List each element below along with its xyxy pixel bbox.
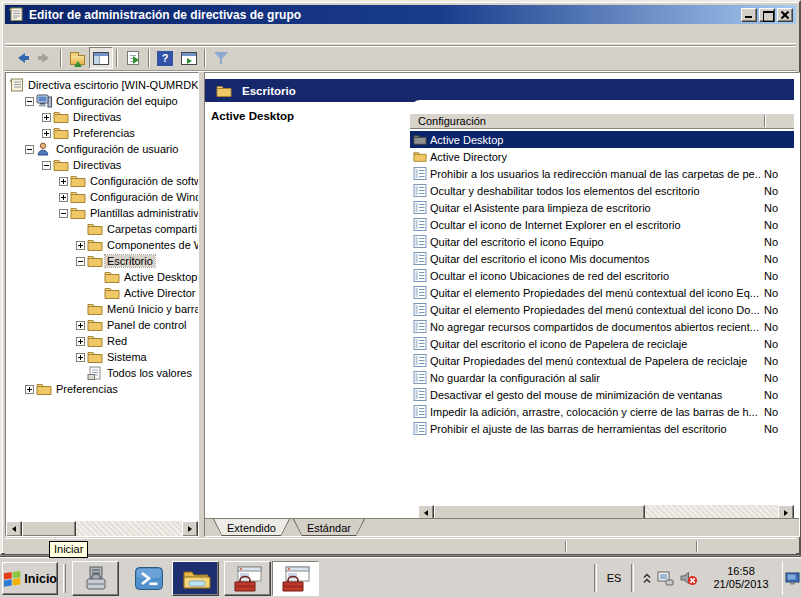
close-button[interactable] — [777, 8, 793, 22]
settings-list-item[interactable]: No agregar recursos compartidos de docum… — [410, 318, 794, 335]
tree-item-icon — [36, 142, 52, 156]
taskbar-button-mmc[interactable] — [224, 561, 271, 596]
language-indicator[interactable]: ES — [601, 572, 627, 584]
tree-item[interactable]: Active Director — [6, 285, 198, 301]
tree-item[interactable]: Panel de control — [6, 317, 198, 333]
taskbar-button-explorer[interactable] — [172, 561, 219, 596]
settings-list-item[interactable]: Quitar del escritorio el icono Equipo No — [410, 233, 794, 250]
settings-list-item[interactable]: Active Directory — [410, 148, 794, 165]
tree-item-label: Configuración de Windo — [88, 191, 198, 203]
settings-list-item[interactable]: Ocultar y deshabilitar todos los element… — [410, 182, 794, 199]
settings-list-item[interactable]: Quitar del escritorio el icono Mis docum… — [410, 250, 794, 267]
settings-list-item[interactable]: No guardar la configuración al salir No — [410, 369, 794, 386]
setting-state: No — [764, 355, 794, 367]
setting-state: No — [764, 202, 794, 214]
tree-item[interactable]: Configuración de softw — [6, 173, 198, 189]
settings-list-item[interactable]: Desactivar el gesto del mouse de minimiz… — [410, 386, 794, 403]
tree-item[interactable]: Plantillas administrativa — [6, 205, 198, 221]
settings-list-item[interactable]: Quitar Propiedades del menú contextual d… — [410, 352, 794, 369]
back-button[interactable] — [9, 47, 33, 69]
filter-button[interactable] — [209, 47, 233, 69]
tree-item[interactable]: Red — [6, 333, 198, 349]
tree-item[interactable]: Menú Inicio y barra — [6, 301, 198, 317]
taskbar-button-server-manager[interactable] — [72, 561, 119, 596]
settings-list-item[interactable]: Prohibir a los usuarios la redirección m… — [410, 165, 794, 182]
title-bar[interactable]: Editor de administración de directivas d… — [5, 5, 796, 24]
tree-item[interactable]: Configuración de Windo — [6, 189, 198, 205]
tree-item[interactable]: Configuración de usuario — [6, 141, 198, 157]
menu-item[interactable] — [41, 32, 59, 36]
column-divider[interactable] — [764, 115, 766, 127]
help-button[interactable]: ? — [153, 47, 177, 69]
menu-item[interactable] — [23, 32, 41, 36]
new-window-button[interactable] — [177, 47, 201, 69]
expander-icon[interactable] — [76, 353, 85, 362]
up-one-level-button[interactable] — [65, 47, 89, 69]
expander-icon[interactable] — [42, 129, 51, 138]
volume-muted-icon[interactable] — [679, 571, 698, 586]
start-button[interactable]: Inicio — [2, 562, 58, 595]
view-tab[interactable]: Extendido — [213, 519, 290, 536]
expander-icon[interactable] — [76, 321, 85, 330]
settings-list-item[interactable]: Quitar el elemento Propiedades del menú … — [410, 284, 794, 301]
tree-item[interactable]: Preferencias — [6, 125, 198, 141]
taskbar-button-mmc-active[interactable] — [272, 561, 319, 596]
settings-list-panel: Configuración Active Desktop Active Dire… — [410, 100, 794, 520]
expander-icon[interactable] — [59, 209, 68, 218]
tree-item[interactable]: Preferencias — [6, 381, 198, 397]
tree-item[interactable]: Configuración del equipo — [6, 93, 198, 109]
maximize-button[interactable] — [759, 8, 775, 22]
tree-item[interactable]: Componentes de W — [6, 237, 198, 253]
settings-list-item[interactable]: Quitar del escritorio el icono de Papele… — [410, 335, 794, 352]
settings-list-item[interactable]: Quitar el elemento Propiedades del menú … — [410, 301, 794, 318]
hidden-icons-chevron-icon[interactable] — [642, 572, 652, 585]
expander-icon[interactable] — [25, 145, 34, 154]
tree-item[interactable]: Active Desktop — [6, 269, 198, 285]
taskbar-button-powershell[interactable] — [125, 561, 172, 596]
expander-icon[interactable] — [76, 241, 85, 250]
tree-item[interactable]: Directiva escirtorio [WIN-QUMRDKE — [6, 77, 198, 93]
expander-icon[interactable] — [25, 97, 34, 106]
scroll-left-button[interactable] — [6, 521, 22, 537]
setting-state: No — [764, 168, 794, 180]
expander-icon[interactable] — [42, 113, 51, 122]
minimize-button[interactable] — [741, 8, 757, 22]
tree-item[interactable]: Sistema — [6, 349, 198, 365]
show-desktop-button[interactable] — [782, 561, 801, 595]
scrollbar-thumb[interactable] — [22, 521, 76, 537]
setting-label: Impedir la adición, arrastre, colocación… — [430, 406, 761, 418]
tray-clock[interactable]: 16:58 21/05/2013 — [702, 565, 780, 591]
tree-item[interactable]: Carpetas comparti — [6, 221, 198, 237]
scroll-right-button[interactable] — [182, 521, 198, 537]
settings-list-item[interactable]: Impedir la adición, arrastre, colocación… — [410, 403, 794, 420]
network-tray-icon[interactable] — [657, 571, 674, 586]
expander-icon[interactable] — [59, 193, 68, 202]
expander-icon[interactable] — [59, 177, 68, 186]
taskbar-grip[interactable] — [63, 564, 66, 593]
expander-icon[interactable] — [76, 257, 85, 266]
settings-list-item[interactable]: Active Desktop — [410, 131, 794, 148]
menu-item[interactable] — [59, 32, 77, 36]
tree-item[interactable]: Directivas — [6, 157, 198, 173]
menu-item[interactable] — [5, 32, 23, 36]
tree-item[interactable]: Directivas — [6, 109, 198, 125]
powershell-icon — [134, 566, 164, 591]
settings-list-item[interactable]: Quitar el Asistente para limpieza de esc… — [410, 199, 794, 216]
expander-icon[interactable] — [42, 161, 51, 170]
view-tab[interactable]: Estándar — [293, 519, 365, 536]
settings-list-item[interactable]: Ocultar el icono Ubicaciones de red del … — [410, 267, 794, 284]
tree-item-icon — [70, 206, 86, 220]
expander-icon[interactable] — [25, 385, 34, 394]
tree-item[interactable]: Escritorio — [6, 253, 198, 269]
tree-horizontal-scrollbar[interactable] — [6, 520, 198, 536]
settings-list-item[interactable]: Ocultar el icono de Internet Explorer en… — [410, 216, 794, 233]
forward-button[interactable] — [33, 47, 57, 69]
export-list-button[interactable] — [121, 47, 145, 69]
show-console-tree-button[interactable] — [89, 47, 113, 69]
settings-list-item[interactable]: Prohibir el ajuste de las barras de herr… — [410, 420, 794, 437]
tree-item[interactable]: Todos los valores — [6, 365, 198, 381]
expander-icon[interactable] — [76, 337, 85, 346]
setting-label: Quitar del escritorio el icono Equipo — [430, 236, 761, 248]
list-column-header[interactable]: Configuración — [410, 113, 794, 129]
setting-label: Ocultar el icono Ubicaciones de red del … — [430, 270, 761, 282]
